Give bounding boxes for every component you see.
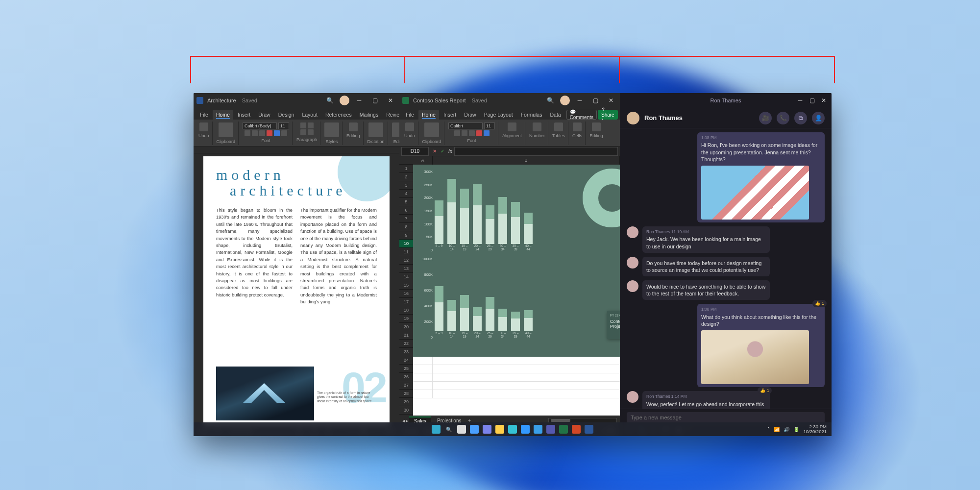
worksheet-cells[interactable] (413, 357, 620, 416)
font-name-select[interactable]: Calibri (Body) (243, 122, 277, 129)
reaction-badge[interactable]: 👍 1 (758, 387, 772, 394)
formula-bar[interactable] (454, 147, 618, 156)
battery-icon[interactable]: 🔋 (793, 427, 799, 432)
excel-ribbon[interactable]: Undo Clipboard Calibri11 Font Alignment … (399, 120, 620, 147)
contact-avatar[interactable] (627, 112, 639, 124)
taskbar-edge-icon[interactable] (508, 425, 517, 434)
undo-icon[interactable] (199, 122, 208, 131)
taskbar-mail-icon[interactable] (534, 425, 542, 434)
maximize-button[interactable]: ▢ (589, 95, 601, 106)
tab-references[interactable]: References (322, 110, 355, 120)
tray-overflow-icon[interactable]: ˄ (767, 427, 770, 432)
maximize-button[interactable]: ▢ (369, 95, 381, 106)
tab-home[interactable]: Home (418, 110, 439, 120)
tab-insert[interactable]: Insert (440, 110, 460, 120)
taskbar[interactable]: 🔍 ˄ 📶 🔊 🔋 2:30 PM10/20/2021 (194, 422, 832, 436)
cancel-icon[interactable]: ✕ (431, 147, 439, 155)
minimize-button[interactable]: ─ (574, 95, 586, 106)
paste-icon[interactable] (424, 122, 439, 137)
maximize-button[interactable]: ▢ (806, 95, 818, 106)
taskbar-search-icon[interactable]: 🔍 (444, 425, 453, 434)
clock[interactable]: 2:30 PM10/20/2021 (803, 424, 827, 435)
taskbar-store-icon[interactable] (521, 425, 530, 434)
video-call-icon[interactable]: 🎥 (759, 112, 772, 124)
font-size-select[interactable]: 11 (484, 122, 495, 129)
enter-icon[interactable]: ✓ (439, 147, 446, 155)
message-image[interactable] (701, 330, 809, 384)
comments-button[interactable]: 💬 Comments (566, 110, 597, 120)
chat-message[interactable]: 1:08 PMWhat do you think about something… (627, 304, 825, 387)
cells-icon[interactable] (573, 122, 582, 131)
message-thread[interactable]: 1:08 PMHi Ron, I've been working on some… (620, 128, 832, 409)
tables-icon[interactable] (554, 122, 563, 131)
column-headers[interactable]: A B (413, 156, 620, 165)
close-button[interactable]: ✕ (605, 95, 617, 106)
chat-message[interactable]: Do you have time today before our design… (627, 257, 825, 276)
align-icon[interactable] (508, 122, 516, 131)
word-document-area[interactable]: modernarchitecture This style began to b… (194, 153, 399, 425)
row-headers[interactable]: 1234567891011121314151617181920212223242… (399, 156, 413, 416)
taskbar-teams-icon[interactable] (546, 425, 555, 434)
user-avatar[interactable] (560, 96, 570, 105)
tab-mailings[interactable]: Mailings (356, 110, 382, 120)
tab-layout[interactable]: Layout (298, 110, 321, 120)
screenshare-icon[interactable]: ⧉ (794, 112, 807, 124)
font-name-select[interactable]: Calibri (448, 122, 483, 129)
paste-icon[interactable] (219, 122, 233, 137)
add-person-icon[interactable]: 👤 (812, 112, 825, 124)
chat-message[interactable]: Ron Thames 11:19 AMHey Jack. We have bee… (627, 226, 825, 253)
reaction-badge[interactable]: 👍 1 (812, 300, 827, 307)
word-ribbon[interactable]: Undo Clipboard Calibri (Body)11 Font Par… (194, 120, 399, 147)
user-avatar[interactable] (340, 96, 349, 105)
close-button[interactable]: ✕ (818, 95, 830, 106)
share-button[interactable]: ⇪ Share ˅ (598, 110, 618, 120)
highlight-icon[interactable] (274, 130, 280, 136)
tab-design[interactable]: Design (275, 110, 298, 120)
wifi-icon[interactable]: 📶 (774, 427, 780, 432)
editing-icon[interactable] (592, 122, 601, 131)
chat-message[interactable]: Ron Thames 1:14 PMWow, perfect! Let me g… (627, 391, 825, 409)
undo-icon[interactable] (405, 122, 414, 131)
taskbar-word-icon[interactable] (585, 425, 593, 434)
styles-icon[interactable] (324, 122, 339, 137)
font-size-select[interactable]: 11 (278, 122, 289, 129)
chat-message[interactable]: 1:08 PMHi Ron, I've been working on some… (627, 132, 825, 222)
italic-icon[interactable] (252, 130, 258, 136)
tab-file[interactable]: File (196, 110, 212, 120)
dictate-icon[interactable] (368, 122, 383, 137)
font-color-icon[interactable] (267, 130, 272, 136)
name-box[interactable]: D10 (401, 147, 429, 156)
word-titlebar[interactable]: Architecture Saved 🔍 ─ ▢ ✕ (194, 93, 399, 108)
embedded-chart[interactable]: 74% New Sales FY 22 Category Contoso Sal… (413, 165, 620, 357)
tab-data[interactable]: Data (546, 110, 564, 120)
tab-draw[interactable]: Draw (255, 110, 274, 120)
find-icon[interactable] (349, 122, 358, 131)
taskbar-powerpoint-icon[interactable] (572, 425, 581, 434)
taskbar-task-view-icon[interactable] (457, 425, 466, 434)
fx-icon[interactable]: fx (446, 147, 454, 155)
tab-file[interactable]: File (402, 110, 417, 120)
ruler[interactable] (194, 147, 399, 153)
volume-icon[interactable]: 🔊 (784, 427, 789, 432)
search-icon[interactable]: 🔍 (544, 95, 556, 106)
tab-home[interactable]: Home (213, 110, 233, 120)
tab-page-layout[interactable]: Page Layout (481, 110, 516, 120)
taskbar-explorer-icon[interactable] (495, 425, 504, 434)
minimize-button[interactable]: ─ (794, 95, 806, 106)
close-button[interactable]: ✕ (385, 95, 396, 106)
taskbar-excel-icon[interactable] (559, 425, 568, 434)
excel-titlebar[interactable]: Contoso Sales Report Saved 🔍 ─ ▢ ✕ (399, 93, 620, 108)
teams-titlebar[interactable]: Ron Thames ─ ▢ ✕ (620, 93, 832, 108)
search-icon[interactable]: 🔍 (324, 95, 336, 106)
underline-icon[interactable] (259, 130, 265, 136)
taskbar-widgets-icon[interactable] (470, 425, 479, 434)
audio-call-icon[interactable]: 📞 (777, 112, 789, 124)
message-image[interactable] (701, 166, 809, 220)
bold-icon[interactable] (245, 130, 250, 136)
number-format-icon[interactable] (533, 122, 541, 131)
chat-message[interactable]: Would be nice to have something to be ab… (627, 280, 825, 300)
taskbar-chat-icon[interactable] (483, 425, 491, 434)
tab-formulas[interactable]: Formulas (517, 110, 546, 120)
tab-draw[interactable]: Draw (461, 110, 480, 120)
tab-insert[interactable]: Insert (234, 110, 254, 120)
